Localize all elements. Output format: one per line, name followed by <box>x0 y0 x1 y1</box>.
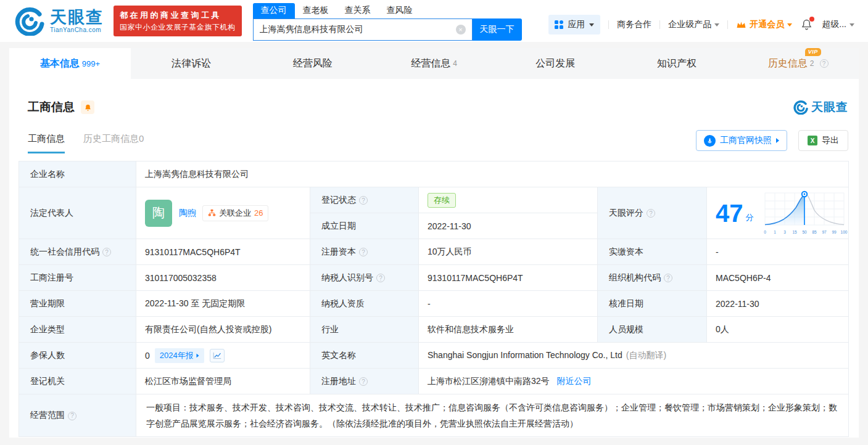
tab-operation-label: 经营信息 <box>411 57 450 70</box>
business-info-card: 工商信息 天眼查 工商信息 历史工商信息0 <box>9 79 859 438</box>
tab-development[interactable]: 公司发展 <box>495 48 616 79</box>
tab-legal[interactable]: 法律诉讼 <box>131 48 252 79</box>
search-clear-icon[interactable] <box>456 25 466 35</box>
search-tab-relation[interactable]: 查关系 <box>337 3 379 18</box>
bell-icon <box>84 104 92 112</box>
score-value: 47 <box>716 201 743 226</box>
field-value-reg-authority: 松江区市场监督管理局 <box>136 369 310 394</box>
chart-tick: 97 <box>822 230 827 234</box>
nav-enterprise[interactable]: 企业级产品 <box>668 19 719 30</box>
field-value-industry: 软件和信息技术服务业 <box>419 317 598 343</box>
help-icon[interactable] <box>359 248 368 256</box>
taxpayer-id-label-text: 纳税人识别号 <box>321 272 373 282</box>
field-label-credit-code: 统一社会信用代码 <box>19 239 136 265</box>
chevron-down-icon <box>849 23 854 27</box>
reg-address-label-text: 注册地址 <box>321 376 356 386</box>
tab-development-label: 公司发展 <box>535 57 575 70</box>
tab-operation[interactable]: 经营信息 4 <box>373 48 495 79</box>
search-tab-boss[interactable]: 查老板 <box>295 3 337 18</box>
nav-vip[interactable]: 开通会员 <box>736 19 792 30</box>
credit-code-label-text: 统一社会信用代码 <box>30 247 99 256</box>
insured-count: 0 <box>145 351 150 361</box>
chart-tick: 0 <box>764 230 766 234</box>
search-tab-risk[interactable]: 查风险 <box>379 3 421 18</box>
table-row: 企业类型 有限责任公司(自然人投资或控股) 行业 软件和信息技术服务业 人员规模… <box>19 317 849 343</box>
notification-bell[interactable] <box>800 18 814 31</box>
export-button[interactable]: 导出 <box>798 130 848 151</box>
help-icon[interactable] <box>102 248 111 256</box>
nearby-companies-link[interactable]: 附近公司 <box>556 376 591 386</box>
search-tabs: 查公司 查老板 查关系 查风险 <box>253 2 522 18</box>
score-unit: 分 <box>746 212 754 223</box>
field-value-taxpayer-quality: - <box>419 291 598 317</box>
field-label-approval-date: 核准日期 <box>598 291 707 317</box>
help-icon[interactable] <box>647 209 655 218</box>
nav-apps[interactable]: 应用 <box>548 15 600 35</box>
help-icon[interactable] <box>68 412 76 420</box>
tab-basic-info[interactable]: 基本信息 999+ <box>9 48 131 79</box>
tab-operation-badge: 4 <box>453 59 457 68</box>
legal-rep-name-link[interactable]: 陶煦 <box>179 208 196 219</box>
logo-domain: TianYanCha.com <box>50 27 104 34</box>
field-label-business-scope: 经营范围 <box>19 394 136 437</box>
field-value-legal-rep: 陶 陶煦 关联企业 26 <box>136 187 310 239</box>
arrow-right-icon <box>196 353 199 357</box>
monitor-bell-chip[interactable] <box>81 100 94 114</box>
field-value-business-scope: 一般项目：技术服务、技术开发、技术咨询、技术交流、技术转让、技术推广；信息咨询服… <box>136 394 849 437</box>
search-submit-button[interactable]: 天眼一下 <box>473 18 522 41</box>
tab-risk[interactable]: 经营风险 <box>252 48 373 79</box>
field-value-reg-status: 存续 <box>419 187 598 213</box>
field-label-insured: 参保人数 <box>19 343 136 369</box>
field-label-business-term: 营业期限 <box>19 291 136 317</box>
table-row: 统一社会信用代码 91310117MAC5QH6P4T 注册资本 10万人民币 … <box>19 239 849 265</box>
subtab-business-info[interactable]: 工商信息 <box>28 133 65 153</box>
tab-history-badge: 2 <box>810 59 814 68</box>
search-area: 查公司 查老板 查关系 查风险 天眼一下 <box>253 2 522 41</box>
help-icon[interactable] <box>820 59 829 68</box>
official-snapshot-button[interactable]: 工商官网快照 <box>696 130 787 151</box>
nav-cooperation[interactable]: 商务合作 <box>617 19 651 30</box>
help-icon[interactable] <box>664 274 672 282</box>
chevron-down-icon <box>787 23 792 27</box>
field-value-org-code: MAC5QH6P-4 <box>707 265 849 291</box>
annual-report-badge[interactable]: 2024年报 <box>155 348 204 363</box>
trend-chart-button[interactable] <box>210 349 225 362</box>
help-icon[interactable] <box>359 196 368 205</box>
field-label-reg-number: 工商注册号 <box>19 265 136 291</box>
annual-report-label: 2024年报 <box>160 350 194 361</box>
chevron-down-icon <box>589 23 594 27</box>
nav-apps-label: 应用 <box>568 19 585 30</box>
field-value-approval-date: 2022-11-30 <box>707 291 849 317</box>
nav-account[interactable]: 超级... <box>822 19 854 30</box>
tab-history[interactable]: 历史信息 VIP 2 <box>737 48 859 79</box>
search-input[interactable] <box>260 25 456 35</box>
tianyancha-logo[interactable]: 天眼查 TianYanCha.com <box>15 6 104 36</box>
tab-ip[interactable]: 知识产权 <box>616 48 738 79</box>
field-label-reg-status: 登记状态 <box>310 187 419 213</box>
tab-history-label: 历史信息 <box>768 58 808 68</box>
crown-icon <box>736 20 746 29</box>
english-name-text: Shanghai Songjun Information Technology … <box>428 350 622 360</box>
field-value-company-type: 有限责任公司(自然人投资或控股) <box>136 317 310 343</box>
subtab-history-business-info[interactable]: 历史工商信息0 <box>83 133 144 153</box>
related-companies-label: 关联企业 <box>219 208 251 219</box>
reg-status-label-text: 登记状态 <box>321 195 356 205</box>
field-label-staff-size: 人员规模 <box>598 317 707 343</box>
table-row: 营业期限 2022-11-30 至 无固定期限 纳税人资质 - 核准日期 202… <box>19 291 849 317</box>
help-icon[interactable] <box>359 377 368 386</box>
field-label-company-type: 企业类型 <box>19 317 136 343</box>
table-row: 企业名称 上海嵩隽信息科技有限公司 <box>19 161 849 187</box>
help-icon[interactable] <box>376 274 385 282</box>
vip-badge: VIP <box>805 48 821 56</box>
tianyancha-watermark: 天眼查 <box>793 99 848 115</box>
legal-rep-avatar[interactable]: 陶 <box>145 200 172 227</box>
nav-vip-label: 开通会员 <box>750 19 784 30</box>
search-tab-company[interactable]: 查公司 <box>253 3 295 18</box>
tianyancha-swirl-icon <box>793 100 808 115</box>
notification-dot <box>809 17 814 22</box>
divider <box>608 20 609 29</box>
field-label-company-name: 企业名称 <box>19 161 136 187</box>
related-companies-badge[interactable]: 关联企业 26 <box>202 205 268 221</box>
section-title: 工商信息 <box>28 99 75 115</box>
company-section-tabs: 基本信息 999+ 法律诉讼 经营风险 经营信息 4 公司发展 知识产权 历史信… <box>9 48 859 79</box>
